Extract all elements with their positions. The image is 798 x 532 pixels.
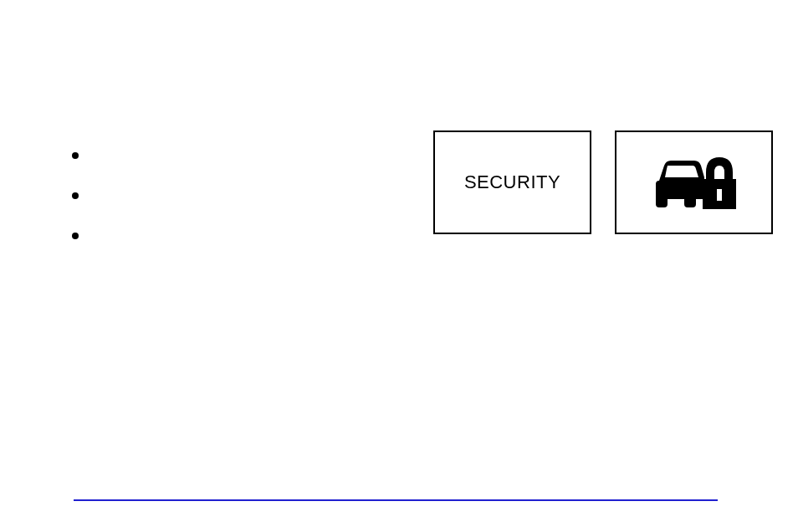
security-label: SECURITY: [464, 171, 560, 193]
bullet-list: [72, 152, 79, 273]
svg-rect-1: [717, 189, 722, 201]
bullet-point: [72, 233, 79, 239]
horizontal-rule: [74, 499, 718, 501]
car-lock-icon: [652, 147, 736, 217]
bullet-point: [72, 192, 79, 199]
bullet-point: [72, 152, 79, 159]
security-box: SECURITY: [433, 130, 591, 234]
icon-box: [615, 130, 773, 234]
